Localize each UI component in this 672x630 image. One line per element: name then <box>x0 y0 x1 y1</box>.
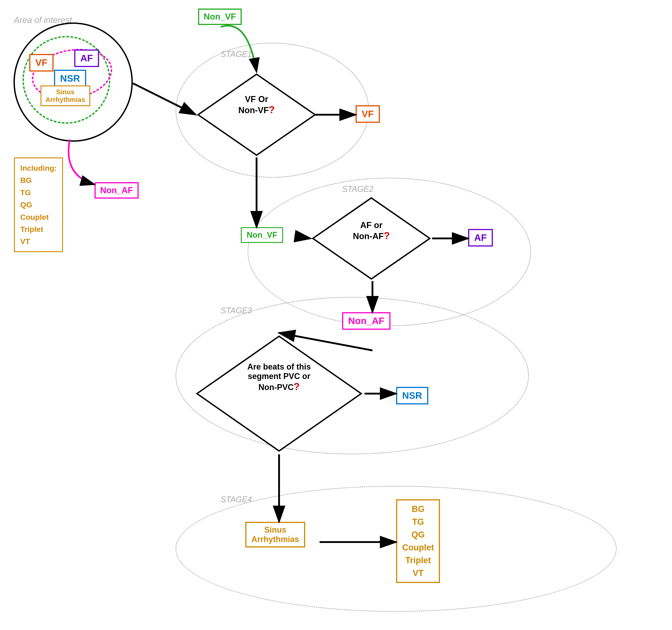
svg-marker-2 <box>197 336 361 451</box>
circle-nsr-label: NSR <box>54 70 86 87</box>
top-non-vf-box: Non_VF <box>198 8 242 25</box>
diamond3-text: Are beats of this segment PVC or Non-PVC… <box>216 362 342 392</box>
list-couplet: Couplet <box>402 543 434 552</box>
circle-vf-label: VF <box>29 54 53 72</box>
including-title: Including: <box>20 164 57 172</box>
list-vt: VT <box>412 569 424 578</box>
output-sinus-box: SinusArrhythmias <box>245 522 305 548</box>
list-triplet: Triplet <box>405 556 431 565</box>
including-bg: BG <box>20 176 32 184</box>
list-bg: BG <box>412 504 425 514</box>
output-af-box: AF <box>468 229 493 247</box>
diamond2-wrapper: AF or Non-AF? <box>311 196 432 281</box>
including-qg: QG <box>20 200 32 209</box>
circle-sinus-label: SinusArrhythmias <box>41 85 90 106</box>
output-vf-box: VF <box>356 105 380 123</box>
output-non-af-box: Non_AF <box>342 312 390 330</box>
output-nsr-box: NSR <box>396 387 428 404</box>
output-list-box: BG TG QG Couplet Triplet VT <box>396 499 440 583</box>
diamond1-wrapper: VF Or Non-VF? <box>196 72 317 157</box>
including-box: Including: BG TG QG Couplet Triplet VT <box>14 157 63 252</box>
including-tg: TG <box>20 188 31 197</box>
list-qg: QG <box>411 530 425 539</box>
circle-af-label: AF <box>74 49 99 67</box>
circle-container: VF AF NSR SinusArrhythmias <box>14 23 133 142</box>
including-triplet: Triplet <box>20 225 43 233</box>
diamond1-text: VF Or Non-VF? <box>214 95 299 116</box>
nonaf-left-box: Non_AF <box>95 182 139 199</box>
diamond3-wrapper: Are beats of this segment PVC or Non-PVC… <box>194 333 365 454</box>
including-vt: VT <box>20 237 30 246</box>
including-couplet: Couplet <box>20 213 49 221</box>
diamond2-text: AF or Non-AF? <box>329 221 414 241</box>
list-tg: TG <box>412 517 424 527</box>
diamond3-svg <box>194 333 365 454</box>
output-non-vf-box: Non_VF <box>241 227 283 243</box>
